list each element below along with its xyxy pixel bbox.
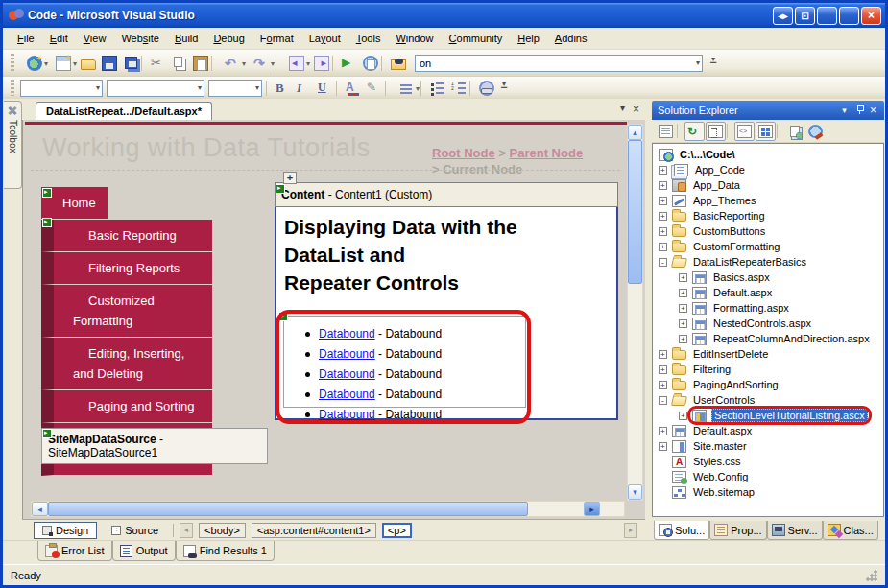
tree-item[interactable]: Styles.css xyxy=(653,454,883,469)
tree-item-label[interactable]: Default.aspx xyxy=(691,425,754,436)
tree-item[interactable]: - DataListRepeaterBasics xyxy=(653,254,883,270)
menu-item[interactable]: Tools xyxy=(349,30,388,47)
tree-item-label[interactable]: App_Themes xyxy=(691,195,757,206)
vertical-scrollbar[interactable]: ▴ ▾ xyxy=(627,124,643,501)
menu-item[interactable]: Format xyxy=(253,30,300,47)
tree-expander-icon[interactable]: + xyxy=(679,319,687,328)
menu-item[interactable]: Edit xyxy=(43,30,75,47)
scroll-right-icon[interactable]: ▸ xyxy=(584,502,600,516)
toolbar-button[interactable] xyxy=(336,79,343,98)
tree-item-label[interactable]: CustomButtons xyxy=(691,225,767,237)
toolbar-button[interactable] xyxy=(190,54,211,73)
tree-item[interactable]: + NestedControls.aspx xyxy=(653,316,883,331)
toolbar-grip[interactable] xyxy=(11,54,14,72)
scroll-down-icon[interactable]: ▾ xyxy=(628,484,642,500)
tree-item[interactable]: + SectionLevelTutorialListing.ascx xyxy=(653,408,883,423)
tree-item-label[interactable]: Web.sitemap xyxy=(691,486,756,498)
toolbar-button[interactable] xyxy=(364,79,385,98)
toolbox-tab[interactable]: Toolbox xyxy=(4,101,22,189)
tree-item[interactable]: + Default.aspx xyxy=(653,423,883,438)
toolbar-button[interactable] xyxy=(169,54,190,73)
tree-expander-icon[interactable]: + xyxy=(679,289,687,297)
menu-item[interactable]: Debug xyxy=(206,30,251,47)
tree-item[interactable]: Web.Config xyxy=(653,469,883,484)
tree-expander-icon[interactable]: + xyxy=(659,243,667,251)
explorer-toolbar-button[interactable] xyxy=(805,122,826,141)
menu-item[interactable]: Build xyxy=(168,30,204,47)
toolbar-grip[interactable] xyxy=(11,80,14,95)
tree-item-label[interactable]: Basics.aspx xyxy=(711,271,772,283)
menu-item[interactable]: Community xyxy=(443,30,510,47)
toolbar-button[interactable] xyxy=(20,54,49,73)
smart-tag-icon[interactable] xyxy=(42,218,52,227)
toolbar-button[interactable] xyxy=(311,54,332,73)
tree-item[interactable]: + App_Code xyxy=(653,162,883,177)
tree-expander-icon[interactable]: - xyxy=(659,258,667,267)
design-surface[interactable]: Working with Data Tutorials Root Node > … xyxy=(22,120,645,519)
toolbar-button[interactable] xyxy=(469,79,476,98)
breadcrumb-parent-link[interactable]: Parent Node xyxy=(510,146,584,160)
toolbar-button[interactable] xyxy=(385,79,392,98)
explorer-toolbar-button[interactable] xyxy=(677,122,684,141)
databound-link[interactable]: Databound xyxy=(319,347,375,361)
tree-item[interactable]: + Filtering xyxy=(653,362,883,377)
tree-item[interactable]: + App_Data xyxy=(653,177,883,193)
formatting-combobox[interactable] xyxy=(107,80,204,97)
panel-splitter[interactable] xyxy=(645,99,652,540)
resize-grip[interactable] xyxy=(866,570,877,581)
tree-item-label[interactable]: BasicReporting xyxy=(691,210,767,222)
menu-item[interactable]: File xyxy=(11,30,41,47)
nav-menu-item[interactable]: Customized Formatting xyxy=(41,285,212,338)
scroll-up-icon[interactable]: ▴ xyxy=(628,125,642,140)
tree-item-label[interactable]: SectionLevelTutorialListing.ascx xyxy=(711,409,868,422)
tree-item-label[interactable]: CustomFormatting xyxy=(691,241,781,252)
tree-item[interactable]: + EditInsertDelete xyxy=(653,346,883,362)
tree-item-label[interactable]: RepeatColumnAndDirection.aspx xyxy=(711,333,872,344)
tree-expander-icon[interactable]: + xyxy=(659,197,667,205)
tree-item-label[interactable]: DataListRepeaterBasics xyxy=(691,256,808,268)
tree-item[interactable]: + Site.master xyxy=(653,438,883,454)
tree-item-label[interactable]: NestedControls.aspx xyxy=(711,318,813,329)
panel-menu-icon[interactable]: ▾ xyxy=(837,106,852,115)
toolbar-overflow-button[interactable]: ▾▔ xyxy=(710,56,716,71)
tree-item[interactable]: + Basics.aspx xyxy=(653,270,883,285)
move-handle-icon[interactable]: + xyxy=(283,172,297,184)
toolbar-button[interactable] xyxy=(148,54,169,73)
toolbar-button[interactable] xyxy=(211,54,218,73)
close-panel-icon[interactable]: × xyxy=(866,104,880,117)
toolbar-button[interactable] xyxy=(120,54,141,73)
tool-window-tab[interactable]: Clas... xyxy=(823,521,878,540)
window-button[interactable]: × xyxy=(861,7,881,25)
toolbar-button[interactable] xyxy=(218,54,247,73)
menu-item[interactable]: Help xyxy=(511,30,546,47)
tree-expander-icon[interactable]: + xyxy=(659,166,667,175)
window-button[interactable] xyxy=(817,7,837,25)
explorer-toolbar-button[interactable] xyxy=(684,122,705,141)
databound-link[interactable]: Databound xyxy=(319,367,375,381)
nav-menu-item[interactable]: Basic Reporting xyxy=(41,220,212,252)
window-button[interactable]: ⊡ xyxy=(795,7,815,25)
tag-path-button[interactable]: <body> xyxy=(199,523,246,538)
tree-item[interactable]: + Formatting.aspx xyxy=(653,300,883,316)
tree-expander-icon[interactable]: + xyxy=(659,212,667,221)
toolbar-overflow-button[interactable]: ▾▔ xyxy=(501,81,507,96)
toolbar-button[interactable] xyxy=(388,54,409,73)
tool-window-tab[interactable]: Prop... xyxy=(709,521,766,540)
tree-expander-icon[interactable]: + xyxy=(659,381,667,389)
tree-expander-icon[interactable] xyxy=(659,458,667,466)
toolbar-button[interactable] xyxy=(392,79,420,98)
explorer-toolbar-button[interactable] xyxy=(656,122,676,141)
tree-expander-icon[interactable]: + xyxy=(679,412,687,420)
toolbar-button[interactable] xyxy=(294,79,315,98)
close-document-icon[interactable]: × xyxy=(633,103,639,116)
toolbar-button[interactable] xyxy=(381,54,388,73)
tool-window-tab[interactable]: Serv... xyxy=(767,521,823,540)
menu-item[interactable]: Addins xyxy=(548,30,594,47)
tree-expander-icon[interactable]: + xyxy=(679,335,687,343)
tree-item[interactable]: + RepeatColumnAndDirection.aspx xyxy=(653,331,883,346)
toolbar-button[interactable] xyxy=(276,54,282,73)
tree-item-label[interactable]: Site.master xyxy=(691,440,749,452)
pin-icon[interactable] xyxy=(852,104,866,117)
toolbar-button[interactable] xyxy=(420,79,427,98)
bottom-panel-tab[interactable]: Find Results 1 xyxy=(176,541,275,561)
